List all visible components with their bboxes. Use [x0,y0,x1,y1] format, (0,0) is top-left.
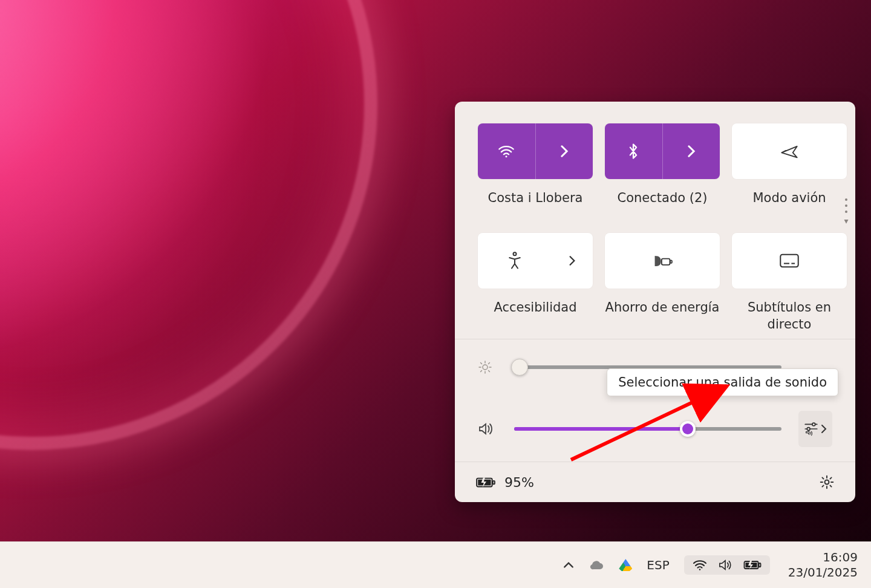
tile-bluetooth-wrap: Conectado (2) [605,123,720,206]
panel-page-indicator[interactable]: ▾ [842,198,850,225]
tile-battery-saver[interactable] [605,233,720,289]
panel-footer: 95% [455,462,855,502]
wifi-icon [498,145,515,158]
clock-date: 23/01/2025 [788,565,858,580]
accessibility-icon [507,252,523,270]
svg-point-17 [699,569,700,570]
mixer-icon [804,421,818,437]
tile-wifi-wrap: Costa i Llobera [478,123,593,206]
clock-time: 16:09 [788,550,858,565]
tile-accessibility-label: Accesibilidad [494,299,576,316]
taskbar-clock[interactable]: 16:09 23/01/2025 [788,550,858,580]
captions-icon [779,253,800,269]
svg-point-0 [506,155,507,157]
battery-status[interactable]: 95% [475,475,534,490]
dot-icon [845,211,847,213]
tile-accessibility[interactable] [478,233,593,289]
wifi-icon [693,560,707,570]
cloud-icon[interactable] [589,560,604,570]
svg-rect-3 [670,261,672,264]
tile-battery-saver-wrap: Ahorro de energía [605,233,720,333]
volume-slider[interactable] [514,427,781,431]
tile-airplane-label: Modo avión [752,190,826,206]
svg-rect-4 [780,255,798,267]
sound-output-tooltip: Seleccionar una salida de sonido [607,368,838,396]
svg-point-7 [483,365,488,370]
tray-overflow-button[interactable] [563,561,574,569]
tile-wifi-label: Costa i Llobera [488,190,583,206]
tile-accessibility-expand[interactable] [552,233,593,289]
svg-point-11 [807,428,810,431]
tile-battery-saver-label: Ahorro de energía [605,299,720,316]
tile-bluetooth-label: Conectado (2) [618,190,708,206]
brightness-icon [478,360,497,374]
tile-airplane-wrap: Modo avión [732,123,847,206]
dot-icon [845,198,847,201]
tile-bluetooth[interactable] [605,123,720,179]
tile-live-captions-label: Subtítulos en directo [732,299,847,333]
google-drive-icon[interactable] [619,559,632,571]
tile-bluetooth-expand[interactable] [662,123,720,179]
dot-icon [845,204,847,207]
tile-accessibility-wrap: Accesibilidad [478,233,593,333]
bluetooth-icon [627,143,639,160]
taskbar: ESP 16:09 23/01/2025 [0,541,871,588]
battery-charging-icon [475,475,496,489]
volume-row [478,411,832,447]
chevron-right-icon [569,255,576,266]
tile-wifi-toggle[interactable] [478,123,535,179]
airplane-icon [780,143,798,159]
settings-button[interactable] [819,474,835,490]
tile-live-captions[interactable] [732,233,847,289]
volume-icon [478,422,497,436]
tile-airplane[interactable] [732,123,847,179]
chevron-down-icon: ▾ [844,217,848,225]
tile-wifi-expand[interactable] [535,123,593,179]
language-indicator[interactable]: ESP [647,558,669,572]
volume-icon [718,559,732,571]
svg-rect-13 [493,481,495,484]
svg-rect-2 [662,259,670,265]
tile-bluetooth-toggle[interactable] [605,123,662,179]
tile-accessibility-toggle[interactable] [478,233,552,289]
tile-wifi[interactable] [478,123,593,179]
chevron-right-icon [821,424,827,434]
chevron-right-icon [687,145,696,158]
sound-output-button[interactable] [798,411,832,447]
svg-point-9 [812,423,815,426]
system-tray: ESP 16:09 23/01/2025 [563,550,858,580]
network-volume-battery-cluster[interactable] [684,555,770,575]
battery-percent-label: 95% [504,475,534,490]
battery-icon [743,560,762,570]
svg-point-1 [513,253,516,256]
leaf-battery-icon [652,253,673,268]
tile-live-captions-wrap: Subtítulos en directo [732,233,847,333]
chevron-right-icon [560,145,569,158]
quick-settings-tiles: Costa i Llobera Conectado (2) [455,102,855,339]
svg-rect-19 [758,563,760,567]
sliders-section: Seleccionar una salida de sonido [455,339,855,462]
quick-settings-panel: Costa i Llobera Conectado (2) [455,102,855,502]
svg-point-15 [825,480,829,485]
